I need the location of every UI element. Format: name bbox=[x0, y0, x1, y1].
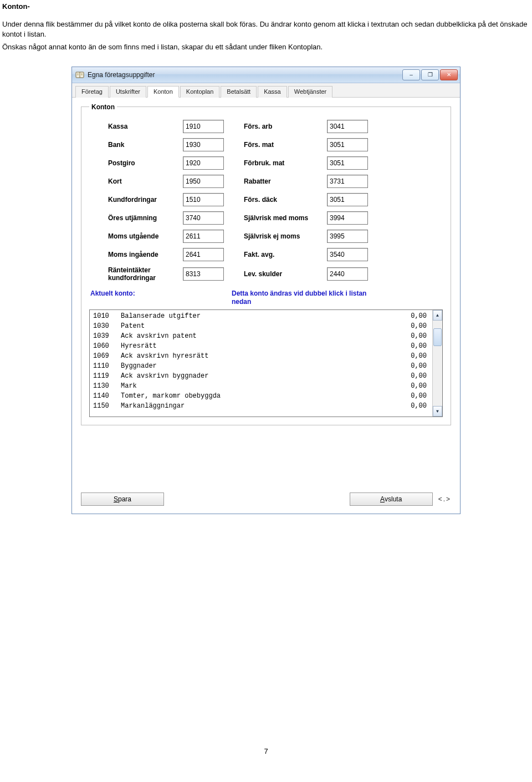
field-label: Förs. däck bbox=[244, 196, 327, 204]
list-item-text: Ack avskrivn patent bbox=[121, 331, 393, 341]
field-input[interactable] bbox=[327, 193, 368, 206]
scroll-up-icon[interactable]: ▲ bbox=[433, 310, 442, 321]
list-item-text: Hyresrätt bbox=[121, 341, 393, 351]
field-label: Kundfordringar bbox=[108, 196, 183, 204]
list-item-number: 1119 bbox=[93, 371, 121, 381]
close-button[interactable]: ✕ bbox=[440, 69, 458, 80]
intro-paragraph-2: Önskas något annat konto än de som finns… bbox=[2, 42, 530, 52]
list-item[interactable]: 1039Ack avskrivn patent0,00 bbox=[93, 331, 429, 341]
field-input[interactable] bbox=[327, 248, 368, 261]
list-item-text: Markanläggningar bbox=[121, 401, 393, 411]
field-input[interactable] bbox=[327, 156, 368, 170]
tab-kontoplan[interactable]: Kontoplan bbox=[180, 86, 220, 98]
field-input[interactable] bbox=[183, 156, 224, 170]
minimize-button[interactable]: – bbox=[402, 69, 420, 80]
field-input[interactable] bbox=[327, 138, 368, 151]
list-item[interactable]: 1140Tomter, markomr obebyggda0,00 bbox=[93, 391, 429, 401]
list-item[interactable]: 1010Balanserade utgifter0,00 bbox=[93, 311, 429, 321]
list-item[interactable]: 1060Hyresrätt0,00 bbox=[93, 341, 429, 351]
window-title: Egna företagsuppgifter bbox=[88, 71, 402, 79]
tab-strip: FöretagUtskrifterKontonKontoplanBetalsät… bbox=[72, 83, 460, 98]
field-input[interactable] bbox=[327, 211, 368, 225]
current-account-label: Aktuelt konto: bbox=[90, 290, 232, 306]
field-input[interactable] bbox=[183, 175, 224, 188]
scroll-thumb[interactable] bbox=[433, 328, 442, 346]
list-item[interactable]: 1130Mark0,00 bbox=[93, 381, 429, 391]
field-label: Fakt. avg. bbox=[244, 251, 327, 258]
list-item-number: 1060 bbox=[93, 341, 121, 351]
field-input[interactable] bbox=[327, 230, 368, 243]
helper-text: Detta konto ändras vid dubbel klick i li… bbox=[232, 290, 387, 306]
list-item-number: 1030 bbox=[93, 321, 121, 331]
field-label: Förs. mat bbox=[244, 141, 327, 149]
dialog-window: Egna företagsuppgifter – ❐ ✕ FöretagUtsk… bbox=[71, 67, 461, 514]
tab-betalsätt[interactable]: Betalsätt bbox=[221, 86, 257, 98]
list-item-text: Ack avskrivn hyresrätt bbox=[121, 351, 393, 361]
list-item-number: 1110 bbox=[93, 361, 121, 371]
page-number: 7 bbox=[2, 747, 530, 755]
field-label: Bank bbox=[108, 141, 183, 149]
intro-paragraph-1: Under denna flik bestämmer du på vilket … bbox=[2, 19, 530, 39]
close-mnemonic: A bbox=[380, 495, 385, 503]
save-mnemonic: S bbox=[114, 495, 118, 503]
field-input[interactable] bbox=[327, 175, 368, 188]
scroll-down-icon[interactable]: ▼ bbox=[433, 406, 442, 417]
account-listbox[interactable]: 1010Balanserade utgifter0,001030Patent0,… bbox=[89, 309, 443, 417]
list-item[interactable]: 1069Ack avskrivn hyresrätt0,00 bbox=[93, 351, 429, 361]
konton-groupbox: Konton KassaFörs. arbBankFörs. matPostgi… bbox=[81, 103, 451, 425]
list-item-number: 1010 bbox=[93, 311, 121, 321]
list-item-value: 0,00 bbox=[393, 331, 429, 341]
list-item-text: Byggnader bbox=[121, 361, 393, 371]
field-input[interactable] bbox=[183, 230, 224, 243]
list-item-text: Patent bbox=[121, 321, 393, 331]
tab-webtjänster[interactable]: Webtjänster bbox=[288, 86, 333, 98]
list-item-number: 1039 bbox=[93, 331, 121, 341]
section-heading: Konton- bbox=[2, 2, 530, 11]
list-item-value: 0,00 bbox=[393, 361, 429, 371]
list-item-value: 0,00 bbox=[393, 351, 429, 361]
list-item-number: 1150 bbox=[93, 401, 121, 411]
list-item-number: 1130 bbox=[93, 381, 121, 391]
field-input[interactable] bbox=[183, 193, 224, 206]
list-item-text: Mark bbox=[121, 381, 393, 391]
list-item-text: Balanserade utgifter bbox=[121, 311, 393, 321]
app-icon bbox=[75, 70, 84, 79]
field-input[interactable] bbox=[183, 120, 224, 133]
maximize-button[interactable]: ❐ bbox=[421, 69, 439, 80]
list-item[interactable]: 1030Patent0,00 bbox=[93, 321, 429, 331]
scrollbar[interactable]: ▲ ▼ bbox=[432, 310, 442, 417]
field-label: Förs. arb bbox=[244, 123, 327, 130]
tab-utskrifter[interactable]: Utskrifter bbox=[110, 86, 146, 98]
field-label: Kort bbox=[108, 177, 183, 185]
field-input[interactable] bbox=[183, 211, 224, 225]
list-item-value: 0,00 bbox=[393, 381, 429, 391]
tab-kassa[interactable]: Kassa bbox=[258, 86, 287, 98]
field-label: Förbruk. mat bbox=[244, 159, 327, 167]
tab-konton[interactable]: Konton bbox=[147, 86, 179, 98]
field-label: Lev. skulder bbox=[244, 270, 327, 278]
list-item[interactable]: 1119Ack avskrivn byggnader0,00 bbox=[93, 371, 429, 381]
field-label: Självrisk med moms bbox=[244, 214, 327, 222]
list-item-value: 0,00 bbox=[393, 401, 429, 411]
field-input[interactable] bbox=[183, 267, 224, 281]
field-input[interactable] bbox=[183, 248, 224, 261]
list-item-number: 1069 bbox=[93, 351, 121, 361]
list-item-number: 1140 bbox=[93, 391, 121, 401]
field-input[interactable] bbox=[327, 120, 368, 133]
field-label: Postgiro bbox=[108, 159, 183, 167]
groupbox-legend: Konton bbox=[89, 103, 117, 111]
list-item[interactable]: 1150Markanläggningar0,00 bbox=[93, 401, 429, 411]
titlebar[interactable]: Egna företagsuppgifter – ❐ ✕ bbox=[72, 67, 460, 83]
field-input[interactable] bbox=[183, 138, 224, 151]
fields-grid: KassaFörs. arbBankFörs. matPostgiroFörbr… bbox=[108, 120, 443, 282]
list-item-text: Ack avskrivn byggnader bbox=[121, 371, 393, 381]
scroll-track[interactable] bbox=[433, 321, 442, 406]
tab-företag[interactable]: Företag bbox=[75, 86, 109, 98]
save-button[interactable]: Spara bbox=[81, 492, 164, 506]
close-dialog-button[interactable]: Avsluta bbox=[350, 492, 433, 506]
list-item-value: 0,00 bbox=[393, 341, 429, 351]
list-item-value: 0,00 bbox=[393, 321, 429, 331]
field-label: Rabatter bbox=[244, 177, 327, 185]
field-input[interactable] bbox=[327, 267, 368, 281]
list-item[interactable]: 1110Byggnader0,00 bbox=[93, 361, 429, 371]
